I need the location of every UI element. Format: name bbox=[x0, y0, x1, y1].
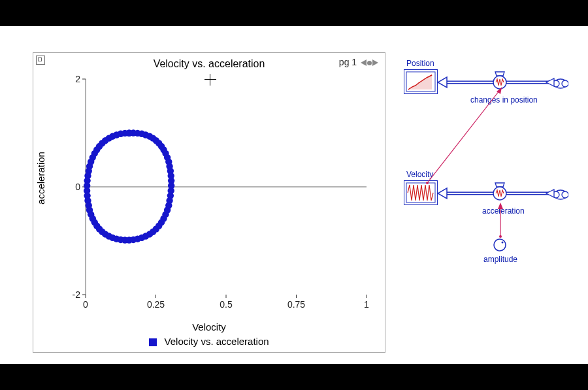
legend-swatch-icon bbox=[149, 338, 157, 346]
chart-title: Velocity vs. acceleration bbox=[33, 58, 385, 70]
legend-text: Velocity vs. acceleration bbox=[165, 336, 269, 347]
link-amplitude-to-acceleration bbox=[495, 203, 508, 239]
svg-text:0: 0 bbox=[75, 182, 80, 192]
svg-point-113 bbox=[426, 182, 429, 184]
legend: Velocity vs. acceleration bbox=[33, 336, 385, 347]
letterbox-top bbox=[0, 0, 588, 26]
svg-marker-99 bbox=[495, 72, 504, 76]
svg-point-115 bbox=[494, 239, 506, 251]
svg-text:0.75: 0.75 bbox=[287, 299, 305, 310]
page-indicator: pg 1 bbox=[339, 57, 378, 67]
svg-text:0: 0 bbox=[83, 299, 88, 310]
svg-point-118 bbox=[499, 235, 502, 238]
link-velocity-to-position-flow bbox=[425, 85, 529, 189]
content-area: Velocity vs. acceleration pg 1 accelerat… bbox=[0, 26, 588, 364]
svg-text:0.5: 0.5 bbox=[220, 299, 233, 310]
svg-point-96 bbox=[562, 80, 568, 87]
svg-text:2: 2 bbox=[75, 74, 80, 84]
svg-marker-97 bbox=[546, 78, 554, 86]
chart-panel[interactable]: Velocity vs. acceleration pg 1 accelerat… bbox=[33, 52, 385, 353]
svg-point-116 bbox=[502, 242, 504, 244]
svg-text:1: 1 bbox=[364, 299, 369, 310]
page-label: pg 1 bbox=[339, 57, 357, 67]
plot-svg: 00.250.50.751-202 bbox=[73, 73, 373, 314]
next-page-icon[interactable] bbox=[372, 59, 378, 66]
converter-label-amplitude: amplitude bbox=[483, 255, 517, 264]
model-diagram[interactable]: Position bbox=[399, 59, 575, 287]
svg-point-107 bbox=[562, 191, 568, 198]
svg-marker-104 bbox=[438, 188, 447, 199]
svg-marker-108 bbox=[546, 189, 554, 197]
svg-point-88 bbox=[125, 130, 132, 137]
page-dot-icon bbox=[367, 61, 372, 65]
x-axis-label: Velocity bbox=[33, 321, 385, 333]
plot-area[interactable]: 00.250.50.751-202 bbox=[73, 73, 373, 314]
svg-line-112 bbox=[427, 88, 502, 183]
svg-marker-119 bbox=[498, 203, 503, 209]
prev-page-icon[interactable] bbox=[361, 59, 367, 66]
y-axis-label: acceleration bbox=[35, 125, 46, 178]
letterbox-bottom bbox=[0, 364, 588, 390]
stock-label-position: Position bbox=[406, 59, 434, 68]
svg-text:-2: -2 bbox=[73, 289, 80, 300]
svg-text:0.25: 0.25 bbox=[147, 299, 165, 310]
